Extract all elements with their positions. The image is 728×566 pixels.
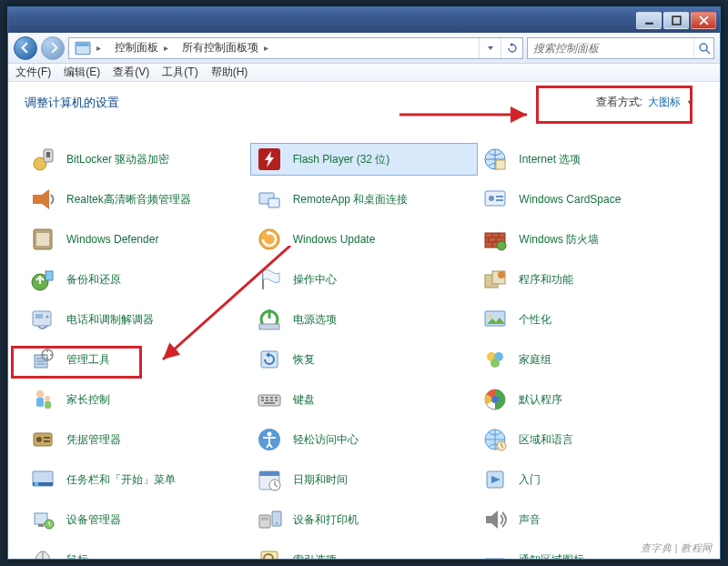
svg-rect-62 — [259, 471, 279, 476]
control-panel-item[interactable]: 家长控制 — [25, 384, 251, 415]
item-label: 键盘 — [293, 392, 315, 408]
item-label: 日期和时间 — [293, 472, 348, 488]
svg-rect-3 — [76, 43, 89, 45]
card-icon — [480, 185, 510, 214]
control-panel-item[interactable]: 键盘 — [251, 384, 478, 415]
control-panel-item[interactable]: 轻松访问中心 — [251, 424, 478, 455]
power-icon — [255, 305, 284, 334]
datetime-icon — [255, 465, 284, 494]
item-label: 轻松访问中心 — [293, 432, 359, 448]
control-panel-item[interactable]: 区域和语言 — [477, 424, 703, 455]
item-label: 鼠标 — [66, 552, 88, 560]
backup-icon — [28, 265, 57, 294]
item-label: 通知区域图标 — [519, 552, 584, 560]
item-label: Internet 选项 — [519, 152, 581, 167]
control-panel-item[interactable]: 设备和打印机 — [251, 504, 478, 535]
defaults-icon — [480, 385, 510, 414]
svg-rect-72 — [486, 516, 491, 523]
svg-rect-44 — [36, 398, 44, 407]
control-panel-item[interactable]: 鼠标 — [25, 544, 251, 559]
item-label: 操作中心 — [293, 272, 337, 288]
svg-point-31 — [46, 316, 49, 318]
view-by-value[interactable]: 大图标 — [648, 95, 681, 110]
control-panel-item[interactable]: Windows Defender — [25, 224, 251, 255]
maximize-button[interactable] — [663, 12, 689, 29]
item-label: 设备和打印机 — [293, 512, 359, 528]
breadcrumb[interactable]: ▸ 控制面板▸ 所有控制面板项▸ — [68, 37, 523, 59]
minimize-button[interactable] — [636, 12, 662, 29]
keyboard-icon — [255, 385, 284, 414]
control-panel-item[interactable]: 家庭组 — [477, 344, 703, 375]
control-panel-item[interactable]: Internet 选项 — [477, 144, 703, 175]
control-panel-item[interactable]: 个性化 — [477, 304, 703, 335]
view-by[interactable]: 查看方式: 大图标 ▼ — [596, 95, 694, 110]
remote-icon — [255, 185, 284, 214]
close-button[interactable] — [691, 12, 716, 29]
control-panel-item[interactable]: 凭据管理器 — [25, 424, 251, 455]
refresh-button[interactable] — [500, 38, 522, 58]
control-panel-item[interactable]: Flash Player (32 位) — [251, 144, 478, 175]
dropdown-button[interactable] — [479, 38, 500, 58]
svg-rect-18 — [496, 199, 503, 201]
globe-icon — [480, 145, 510, 174]
control-panel-item[interactable]: Windows Update — [251, 224, 478, 255]
svg-rect-34 — [259, 324, 279, 329]
control-panel-item[interactable]: Windows 防火墙 — [477, 224, 703, 255]
control-panel-item[interactable]: 入门 — [477, 464, 703, 495]
item-label: Windows 防火墙 — [519, 232, 599, 248]
svg-point-43 — [36, 390, 44, 398]
item-label: Windows Update — [293, 233, 376, 246]
control-panel-item[interactable]: 设备管理器 — [25, 504, 251, 535]
control-panel-item[interactable]: 电话和调制解调器 — [25, 304, 251, 335]
menu-edit[interactable]: 编辑(E) — [64, 65, 100, 80]
menu-view[interactable]: 查看(V) — [113, 65, 149, 80]
admin-icon — [28, 345, 57, 374]
item-label: BitLocker 驱动器加密 — [66, 152, 169, 167]
control-panel-item[interactable]: 管理工具 — [25, 344, 251, 375]
svg-point-49 — [491, 396, 499, 403]
search-box[interactable] — [527, 37, 714, 59]
flag-icon — [255, 265, 284, 294]
svg-point-23 — [497, 241, 506, 250]
tray-icon — [480, 545, 510, 559]
item-label: 电话和调制解调器 — [66, 312, 154, 328]
item-label: 备份和还原 — [66, 272, 121, 288]
item-label: Windows CardSpace — [519, 193, 621, 206]
control-panel-item[interactable]: Windows CardSpace — [477, 184, 703, 215]
svg-rect-12 — [33, 195, 42, 204]
control-panel-item[interactable]: RemoteApp 和桌面连接 — [251, 184, 478, 215]
homegroup-icon — [480, 345, 510, 374]
ease-icon — [255, 425, 284, 454]
svg-rect-25 — [46, 271, 53, 280]
breadcrumb-all-items[interactable]: 所有控制面板项▸ — [177, 38, 277, 58]
watermark: 查字典 | 教程网 — [641, 541, 713, 555]
control-panel-item[interactable]: 默认程序 — [477, 384, 703, 415]
item-label: 凭据管理器 — [66, 432, 121, 448]
svg-point-71 — [276, 522, 278, 524]
back-button[interactable] — [14, 36, 37, 60]
search-icon[interactable] — [693, 38, 713, 58]
mouse-icon — [28, 545, 57, 559]
forward-button[interactable] — [41, 36, 65, 60]
control-panel-item[interactable]: 电源选项 — [251, 304, 478, 335]
control-panel-item[interactable]: 任务栏和「开始」菜单 — [25, 464, 251, 495]
control-panel-item[interactable]: 操作中心 — [251, 264, 478, 295]
control-panel-item[interactable]: 恢复 — [251, 344, 478, 375]
control-panel-item[interactable]: 程序和功能 — [477, 264, 703, 295]
item-label: Windows Defender — [66, 233, 158, 246]
control-panel-item[interactable]: BitLocker 驱动器加密 — [25, 144, 251, 175]
firewall-icon — [480, 225, 510, 254]
menu-tools[interactable]: 工具(T) — [162, 65, 197, 80]
menu-help[interactable]: 帮助(H) — [211, 65, 248, 80]
control-panel-item[interactable]: 声音 — [477, 504, 703, 535]
control-panel-item[interactable]: 日期和时间 — [251, 464, 478, 495]
search-input[interactable] — [528, 42, 693, 55]
menu-file[interactable]: 文件(F) — [15, 65, 51, 80]
breadcrumb-control-panel[interactable]: 控制面板▸ — [109, 38, 177, 58]
svg-rect-14 — [268, 198, 279, 207]
control-panel-item[interactable]: Realtek高清晰音频管理器 — [25, 184, 251, 215]
control-panel-item[interactable]: 备份和还原 — [25, 264, 251, 295]
control-panel-item[interactable]: 索引选项 — [251, 544, 478, 559]
getstarted-icon — [480, 465, 510, 494]
svg-rect-52 — [44, 437, 50, 439]
